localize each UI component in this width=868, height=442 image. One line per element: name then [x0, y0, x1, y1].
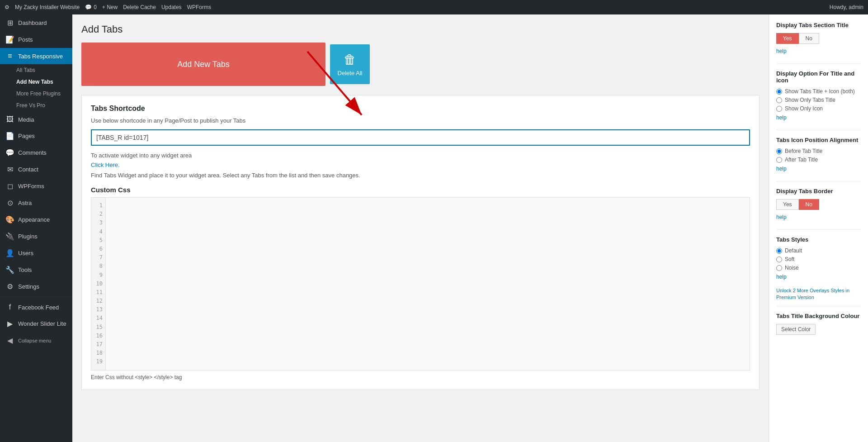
wpforms-icon: ◻: [5, 182, 14, 190]
radio-show-icon: Show Only Icon: [776, 105, 861, 112]
sidebar-collapse-menu[interactable]: ◀ Collapse menu: [0, 332, 72, 349]
display-option-help-link[interactable]: help: [776, 114, 787, 121]
astra-icon: ⊙: [5, 199, 14, 207]
settings-icon: ⚙: [5, 282, 14, 291]
select-color-button[interactable]: Select Color: [776, 324, 816, 335]
media-icon: 🖼: [5, 115, 14, 124]
border-no-button[interactable]: No: [799, 199, 819, 210]
unlock-link[interactable]: Unlock 2 More Overlays Styles in Premium…: [776, 287, 861, 301]
users-icon: 👤: [5, 249, 14, 257]
admin-bar-logo[interactable]: ⚙: [5, 4, 9, 10]
tabs-responsive-icon: ≡: [5, 52, 14, 60]
radio-before-tab-title: Before Tab Title: [776, 148, 861, 154]
add-new-tabs-button[interactable]: Add New Tabs: [81, 43, 326, 86]
radio-show-both: Show Tabs Title + Icon (both): [776, 88, 861, 95]
css-hint: Enter Css without <style> </style> tag: [91, 374, 750, 380]
radio-show-title-input[interactable]: [776, 97, 782, 103]
sidebar-item-astra[interactable]: ⊙ Astra: [0, 195, 72, 211]
sidebar-item-tabs-responsive[interactable]: ≡ Tabs Responsive: [0, 48, 72, 64]
admin-bar-site-name[interactable]: My Zacky Installer Website: [15, 4, 80, 10]
sidebar-item-wonder-slider[interactable]: ▶ Wonder Slider Lite: [0, 315, 72, 332]
custom-css-title: Custom Css: [91, 186, 750, 194]
facebook-feed-icon: f: [5, 303, 14, 311]
admin-bar-new[interactable]: + New: [102, 4, 118, 10]
sidebar-item-posts[interactable]: 📝 Posts: [0, 31, 72, 48]
css-textarea[interactable]: [106, 198, 750, 288]
dashboard-icon: ⊞: [5, 19, 14, 27]
posts-icon: 📝: [5, 35, 14, 44]
panel-divider-2: [776, 130, 861, 130]
admin-bar-howdy: Howdy, admin: [830, 4, 863, 10]
click-here-link[interactable]: Click Here.: [91, 162, 120, 168]
no-button[interactable]: No: [799, 33, 819, 44]
tabs-title-bg-colour-title: Tabs Title Background Colour: [776, 313, 861, 319]
sidebar-item-dashboard[interactable]: ⊞ Dashboard: [0, 14, 72, 31]
widget-area-text: To activate widget into any widget area: [91, 152, 750, 159]
sidebar-item-facebook-feed[interactable]: f Facebook Feed: [0, 299, 72, 315]
sidebar-sub-more-free-plugins[interactable]: More Free Plugins: [0, 88, 72, 100]
panel-divider-5: [776, 306, 861, 306]
sidebar-item-users[interactable]: 👤 Users: [0, 245, 72, 261]
admin-bar-delete-cache[interactable]: Delete Cache: [123, 4, 156, 10]
panel-divider-4: [776, 229, 861, 230]
shortcode-input[interactable]: [91, 129, 750, 146]
sidebar-sub-all-tabs[interactable]: All Tabs: [0, 64, 72, 76]
sidebar-sub-add-new-tabs[interactable]: Add New Tabs: [0, 76, 72, 88]
tabs-icon-position-title: Tabs Icon Position Alignment: [776, 137, 861, 143]
panel-divider-1: [776, 63, 861, 64]
shortcode-section-title: Tabs Shortcode: [91, 105, 750, 113]
delete-all-button[interactable]: 🗑 Delete All: [330, 44, 370, 84]
border-help-link[interactable]: help: [776, 214, 787, 220]
sidebar-sub-free-vs-pro[interactable]: Free Vs Pro: [0, 100, 72, 111]
radio-show-both-input[interactable]: [776, 89, 782, 95]
appearance-icon: 🎨: [5, 215, 14, 224]
admin-bar-comments[interactable]: 💬 0: [85, 4, 97, 10]
sidebar-item-comments[interactable]: 💬 Comments: [0, 144, 72, 161]
sidebar-item-pages[interactable]: 📄 Pages: [0, 128, 72, 144]
panel-divider-3: [776, 181, 861, 181]
sidebar-item-appearance[interactable]: 🎨 Appearance: [0, 211, 72, 228]
radio-style-default-input[interactable]: [776, 248, 782, 254]
collapse-icon: ◀: [5, 336, 14, 345]
sidebar-item-wpforms[interactable]: ◻ WPForms: [0, 178, 72, 195]
radio-after-tab-input[interactable]: [776, 157, 782, 163]
display-section-help-link[interactable]: help: [776, 48, 787, 54]
sidebar-item-media[interactable]: 🖼 Media: [0, 111, 72, 128]
shortcode-section: Tabs Shortcode Use below shortcode in an…: [81, 95, 760, 390]
radio-show-icon-input[interactable]: [776, 106, 782, 112]
display-tabs-section-title: Display Tabs Section Title: [776, 22, 861, 29]
add-tabs-area: Add New Tabs 🗑 Delete All: [81, 43, 760, 86]
radio-style-soft: Soft: [776, 256, 861, 262]
contact-icon: ✉: [5, 165, 14, 174]
admin-bar-updates[interactable]: Updates: [161, 4, 182, 10]
display-tabs-border-title: Display Tabs Border: [776, 188, 861, 195]
page-title: Add Tabs: [81, 24, 760, 35]
display-tabs-section-toggle: Yes No: [776, 33, 861, 44]
tools-icon: 🔧: [5, 266, 14, 274]
comments-icon: 💬: [5, 148, 14, 157]
radio-style-soft-input[interactable]: [776, 257, 782, 262]
shortcode-description: Use below shortcode in any Page/Post to …: [91, 117, 750, 124]
radio-after-tab-title: After Tab Title: [776, 157, 861, 163]
border-yes-button[interactable]: Yes: [776, 199, 799, 210]
css-editor-wrapper: 12345 678910 1112131415 16171819: [91, 197, 750, 371]
sidebar-item-plugins[interactable]: 🔌 Plugins: [0, 228, 72, 245]
admin-bar-wpforms[interactable]: WPForms: [187, 4, 211, 10]
display-border-toggle: Yes No: [776, 199, 861, 210]
radio-style-default: Default: [776, 247, 861, 254]
right-panel: Display Tabs Section Title Yes No help D…: [769, 14, 868, 442]
yes-button[interactable]: Yes: [776, 33, 799, 44]
sidebar-item-tools[interactable]: 🔧 Tools: [0, 261, 72, 278]
sidebar-item-settings[interactable]: ⚙ Settings: [0, 278, 72, 295]
plugins-icon: 🔌: [5, 232, 14, 241]
sidebar-item-contact[interactable]: ✉ Contact: [0, 161, 72, 178]
radio-style-noise-input[interactable]: [776, 265, 782, 271]
main-content: Add Tabs Add New Tabs 🗑 Delete All: [72, 14, 769, 442]
styles-help-link[interactable]: help: [776, 274, 787, 280]
line-numbers: 12345 678910 1112131415 16171819: [91, 198, 106, 370]
pages-icon: 📄: [5, 132, 14, 140]
widget-instructions: Find Tabs Widget and place it to your wi…: [91, 172, 750, 179]
icon-position-help-link[interactable]: help: [776, 166, 787, 172]
radio-before-tab-input[interactable]: [776, 148, 782, 154]
tabs-styles-title: Tabs Styles: [776, 236, 861, 243]
